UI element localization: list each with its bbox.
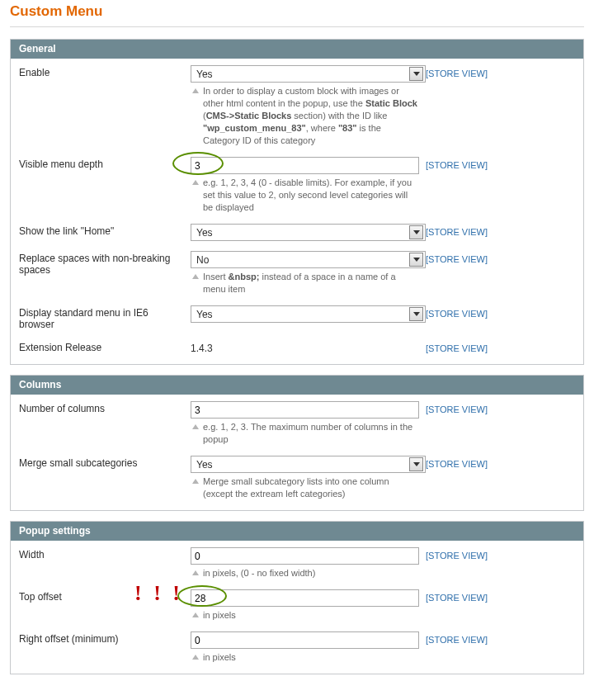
hint-arrow-icon xyxy=(192,612,199,617)
chevron-down-icon xyxy=(413,462,420,466)
select-ie6[interactable]: Yes xyxy=(191,305,426,323)
select-home-value: Yes xyxy=(196,227,213,239)
dropdown-button[interactable] xyxy=(409,253,423,267)
hint-columns-count: e.g. 1, 2, 3. The maximum number of colu… xyxy=(191,421,419,446)
hint-enable: In order to display a custom block with … xyxy=(191,85,419,147)
label-home: Show the link "Home" xyxy=(19,224,191,237)
select-ie6-value: Yes xyxy=(196,309,213,320)
section-popup: Popup settings Width in pixels, (0 - no … xyxy=(10,521,584,674)
chevron-down-icon xyxy=(413,230,420,234)
row-ie6: Display standard menu in IE6 browser Yes… xyxy=(11,299,583,333)
label-enable: Enable xyxy=(19,65,191,78)
value-release: 1.4.3 xyxy=(191,340,419,354)
select-nbsp[interactable]: No xyxy=(191,251,426,268)
row-release: Extension Release 1.4.3 [STORE VIEW] xyxy=(11,333,583,364)
row-depth: Visible menu depth e.g. 1, 2, 3, 4 (0 - … xyxy=(11,150,583,217)
input-popup-top[interactable] xyxy=(191,589,419,607)
page-title: Custom Menu xyxy=(10,0,584,21)
row-enable: Enable Yes In order to display a custom … xyxy=(11,59,583,150)
scope-link[interactable]: [STORE VIEW] xyxy=(426,635,488,645)
select-enable[interactable]: Yes xyxy=(191,65,426,83)
dropdown-button[interactable] xyxy=(409,457,423,471)
label-depth: Visible menu depth xyxy=(19,157,191,170)
section-header-popup: Popup settings xyxy=(11,522,583,541)
hint-nbsp: Insert &nbsp; instead of a space in a na… xyxy=(191,271,419,296)
input-popup-right[interactable] xyxy=(191,631,419,649)
section-columns: Columns Number of columns e.g. 1, 2, 3. … xyxy=(10,375,584,511)
section-header-general: General xyxy=(11,40,583,59)
hint-columns-merge: Merge small subcategory lists into one c… xyxy=(191,475,419,500)
scope-link[interactable]: [STORE VIEW] xyxy=(426,69,488,78)
select-merge-value: Yes xyxy=(196,459,213,471)
divider xyxy=(10,26,584,27)
scope-link[interactable]: [STORE VIEW] xyxy=(426,160,488,170)
row-columns-count: Number of columns e.g. 1, 2, 3. The maxi… xyxy=(11,395,583,449)
row-nbsp: Replace spaces with non-breaking spaces … xyxy=(11,244,583,299)
hint-arrow-icon xyxy=(192,570,199,575)
hint-popup-width: in pixels, (0 - no fixed width) xyxy=(191,567,419,579)
hint-arrow-icon xyxy=(192,180,199,185)
label-nbsp: Replace spaces with non-breaking spaces xyxy=(19,251,191,276)
select-home[interactable]: Yes xyxy=(191,224,426,241)
input-columns-count[interactable] xyxy=(191,401,419,419)
row-home: Show the link "Home" Yes [STORE VIEW] xyxy=(11,217,583,244)
row-popup-right: Right offset (minimum) in pixels [STORE … xyxy=(11,625,583,674)
label-columns-count: Number of columns xyxy=(19,401,191,414)
hint-popup-right: in pixels xyxy=(191,651,419,664)
section-header-columns: Columns xyxy=(11,376,583,395)
select-merge[interactable]: Yes xyxy=(191,456,426,473)
scope-link[interactable]: [STORE VIEW] xyxy=(426,551,488,560)
scope-link[interactable]: [STORE VIEW] xyxy=(426,227,488,237)
hint-arrow-icon xyxy=(192,88,199,93)
scope-link[interactable]: [STORE VIEW] xyxy=(426,254,488,264)
dropdown-button[interactable] xyxy=(409,307,423,321)
scope-link[interactable]: [STORE VIEW] xyxy=(426,459,488,469)
label-popup-right: Right offset (minimum) xyxy=(19,631,191,645)
select-nbsp-value: No xyxy=(196,254,209,266)
hint-popup-top: in pixels xyxy=(191,609,419,622)
label-columns-merge: Merge small subcategories xyxy=(19,456,191,469)
hint-depth: e.g. 1, 2, 3, 4 (0 - disable limits). Fo… xyxy=(191,177,419,214)
label-ie6: Display standard menu in IE6 browser xyxy=(19,305,191,330)
chevron-down-icon xyxy=(413,312,420,316)
scope-link[interactable]: [STORE VIEW] xyxy=(426,404,488,414)
hint-arrow-icon xyxy=(192,424,199,429)
chevron-down-icon xyxy=(413,258,420,262)
scope-link[interactable]: [STORE VIEW] xyxy=(426,593,488,603)
row-columns-merge: Merge small subcategories Yes Merge smal… xyxy=(11,449,583,510)
label-popup-top: Top offset xyxy=(19,589,191,603)
label-release: Extension Release xyxy=(19,340,191,353)
label-popup-width: Width xyxy=(19,547,191,560)
select-enable-value: Yes xyxy=(196,69,213,80)
dropdown-button[interactable] xyxy=(409,225,423,239)
section-general: General Enable Yes In order to display a… xyxy=(10,39,584,365)
input-popup-width[interactable] xyxy=(191,547,419,565)
scope-link[interactable]: [STORE VIEW] xyxy=(426,309,488,319)
dropdown-button[interactable] xyxy=(409,67,423,81)
input-visible-menu-depth[interactable] xyxy=(191,157,419,174)
row-popup-width: Width in pixels, (0 - no fixed width) [S… xyxy=(11,541,583,583)
hint-arrow-icon xyxy=(192,479,199,484)
hint-arrow-icon xyxy=(192,274,199,279)
hint-arrow-icon xyxy=(192,655,199,660)
scope-link[interactable]: [STORE VIEW] xyxy=(426,343,488,353)
row-popup-top: Top offset in pixels [STORE VIEW] ! ! ! xyxy=(11,583,583,625)
chevron-down-icon xyxy=(413,72,420,76)
